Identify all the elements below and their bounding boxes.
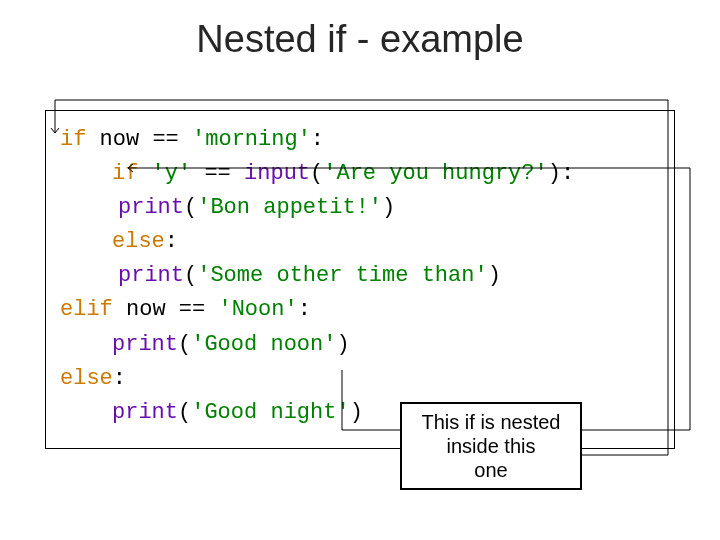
function-name: print <box>118 263 184 288</box>
string-literal: 'Are you hungry?' <box>323 161 547 186</box>
callout-line: This if is nested <box>406 410 576 434</box>
code-block: if now == 'morning': if 'y' == input('Ar… <box>45 110 675 449</box>
code-text <box>138 161 151 186</box>
callout-annotation: This if is nested inside this one <box>400 402 582 490</box>
code-text: == <box>191 161 244 186</box>
code-line-2: if 'y' == input('Are you hungry?'): <box>112 157 660 191</box>
function-name: input <box>244 161 310 186</box>
code-text: : <box>165 229 178 254</box>
code-line-5: print('Some other time than') <box>118 259 660 293</box>
string-literal: 'Noon' <box>218 297 297 322</box>
string-literal: 'Bon appetit!' <box>197 195 382 220</box>
code-line-3: print('Bon appetit!') <box>118 191 660 225</box>
code-text: ( <box>178 332 191 357</box>
callout-line: one <box>406 458 576 482</box>
function-name: print <box>112 332 178 357</box>
string-literal: 'Good noon' <box>191 332 336 357</box>
code-text: : <box>311 127 324 152</box>
code-line-1: if now == 'morning': <box>60 123 660 157</box>
code-line-4: else: <box>112 225 660 259</box>
code-text: : <box>113 366 126 391</box>
string-literal: 'Some other time than' <box>197 263 487 288</box>
keyword-elif: elif <box>60 297 113 322</box>
slide-title: Nested if - example <box>0 18 720 61</box>
code-line-7: print('Good noon') <box>112 328 660 362</box>
string-literal: 'y' <box>152 161 192 186</box>
code-text: ( <box>184 195 197 220</box>
code-text: ) <box>488 263 501 288</box>
keyword-if: if <box>60 127 86 152</box>
function-name: print <box>112 400 178 425</box>
code-text: now == <box>86 127 192 152</box>
keyword-else: else <box>60 366 113 391</box>
string-literal: 'Good night' <box>191 400 349 425</box>
code-text: ( <box>184 263 197 288</box>
keyword-if: if <box>112 161 138 186</box>
function-name: print <box>118 195 184 220</box>
code-text: ) <box>382 195 395 220</box>
code-text: now == <box>113 297 219 322</box>
code-text: : <box>298 297 311 322</box>
keyword-else: else <box>112 229 165 254</box>
code-line-8: else: <box>60 362 660 396</box>
code-text: ) <box>336 332 349 357</box>
code-text: ) <box>350 400 363 425</box>
code-line-6: elif now == 'Noon': <box>60 293 660 327</box>
code-text: ( <box>310 161 323 186</box>
string-literal: 'morning' <box>192 127 311 152</box>
code-text: ( <box>178 400 191 425</box>
code-text: ): <box>548 161 574 186</box>
callout-line: inside this <box>406 434 576 458</box>
